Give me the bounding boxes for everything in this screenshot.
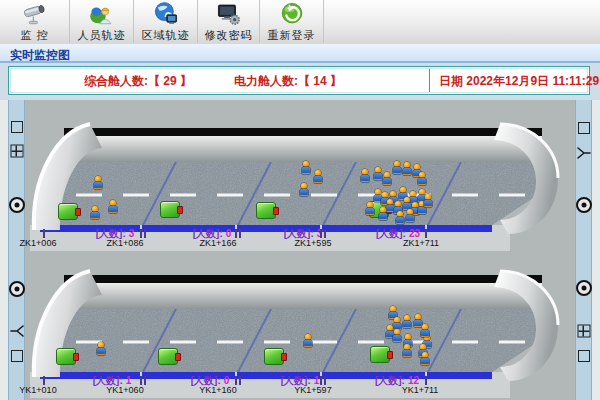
camera-symbol-icon [576,280,592,296]
right-gutter [592,100,600,400]
reader-station-marker[interactable] [160,201,180,218]
reader-station-marker[interactable] [158,348,178,365]
scale-tick [140,229,146,238]
toolbar-button-area-track[interactable]: 区域轨迹 [134,0,198,43]
tick-mark [324,376,326,385]
person-marker[interactable] [108,200,118,213]
globe-track-icon [153,1,179,27]
scale-tick [235,376,241,385]
chainage-label: ZK1+166 [200,238,237,248]
chainage-label: ZK1+711 [403,238,439,248]
toolbar-button-label: 重新登录 [268,28,316,43]
chainage-label: YK1+711 [402,385,439,395]
tunnel-wall [64,283,542,309]
tick-mark [144,376,146,385]
tick-mark [140,376,142,385]
reader-station-marker[interactable] [58,203,78,220]
date-value: 2022年12月9日 [466,74,549,88]
person-marker[interactable] [402,162,412,175]
person-marker[interactable] [402,315,412,328]
toolbar-button-label: 人员轨迹 [78,28,126,43]
content-area: 综合舱人数:【 29 】 电力舱人数:【 14 】 日期 2022年12月9日 … [0,63,600,400]
status-zone: 综合舱人数:【 29 】 电力舱人数:【 14 】 日期 2022年12月9日 … [0,63,600,100]
relogin-icon [279,1,305,27]
person-marker[interactable] [423,194,433,207]
camera-symbol-icon [9,197,25,213]
chainage-label: ZK1+086 [107,238,144,248]
toolbar-button-label: 区域轨迹 [142,28,190,43]
tick-mark [425,229,427,238]
person-marker[interactable] [301,161,311,174]
power-cabin-value: 【 14 】 [298,74,342,88]
tick-mark [239,229,241,238]
tab-bar: 实时监控图 [0,44,600,63]
person-count-prefix: [人数]: [376,228,406,239]
reader-station-marker[interactable] [264,348,284,365]
person-marker[interactable] [402,344,412,357]
person-marker[interactable] [378,207,388,220]
password-icon [216,1,242,27]
tunnel-view-comprehensive-cabin: [人数]:3[人数]:0[人数]:3[人数]:23ZK1+006ZK1+086Z… [30,108,570,255]
toolbar-button-label: 修改密码 [205,28,253,43]
tick-mark [320,229,322,238]
tick-mark [425,376,427,385]
tunnel-wall [64,136,542,162]
toolbar-button-monitor[interactable]: 监 控 [0,0,70,43]
reader-station-marker[interactable] [56,348,76,365]
square-symbol-icon [11,350,23,362]
chainage-label: YK1+010 [19,385,56,395]
scale-tick [320,229,326,238]
person-marker[interactable] [96,342,106,355]
person-marker[interactable] [299,183,309,196]
date-label: 日期 [439,74,463,88]
tab-realtime-monitor[interactable]: 实时监控图 [10,47,70,64]
person-marker[interactable] [417,172,427,185]
scale-tick [425,376,431,385]
toolbar: 监 控 人员轨迹 [0,0,600,45]
person-marker[interactable] [360,169,370,182]
reader-station-marker[interactable] [370,346,390,363]
status-bar: 综合舱人数:【 29 】 电力舱人数:【 14 】 日期 2022年12月9日 … [8,66,590,95]
fan-symbol-icon [10,325,24,337]
person-marker[interactable] [365,202,375,215]
toolbar-button-change-password[interactable]: 修改密码 [198,0,260,43]
left-gutter [0,100,8,400]
comprehensive-cabin-value: 【 29 】 [148,74,192,88]
person-marker[interactable] [420,352,430,365]
chainage-label: ZK1+595 [295,238,332,248]
person-marker[interactable] [93,176,103,189]
person-marker[interactable] [303,334,313,347]
person-marker[interactable] [405,209,415,222]
person-marker[interactable] [395,211,405,224]
tick-mark [235,376,237,385]
person-marker[interactable] [90,206,100,219]
tick-mark [239,376,241,385]
power-cabin-count: 电力舱人数:【 14 】 [234,73,342,90]
scale-tick [235,229,241,238]
tick-mark [324,229,326,238]
tunnel-ceiling [64,128,542,136]
tick-mark [43,229,45,238]
person-count-prefix: [人数]: [375,375,405,386]
right-equipment-strip [575,100,592,400]
tunnel-road [30,305,570,375]
date-time: 日期 2022年12月9日 11:11:29 [439,73,587,90]
person-marker[interactable] [382,172,392,185]
scale-tick [320,376,326,385]
comprehensive-cabin-count: 综合舱人数:【 29 】 [84,73,192,90]
chainage-label: YK1+160 [199,385,236,395]
tick-mark [235,229,237,238]
person-marker[interactable] [392,329,402,342]
people-track-icon [89,1,115,27]
left-equipment-strip [8,100,25,400]
person-marker[interactable] [420,324,430,337]
grid-gate-symbol-icon [10,145,23,158]
reader-station-marker[interactable] [256,202,276,219]
camera-symbol-icon [576,197,592,213]
tick-mark [144,229,146,238]
toolbar-button-relogin[interactable]: 重新登录 [260,0,324,43]
toolbar-button-person-track[interactable]: 人员轨迹 [70,0,134,43]
chainage-label: YK1+597 [294,385,331,395]
person-marker[interactable] [313,170,323,183]
person-marker[interactable] [392,161,402,174]
